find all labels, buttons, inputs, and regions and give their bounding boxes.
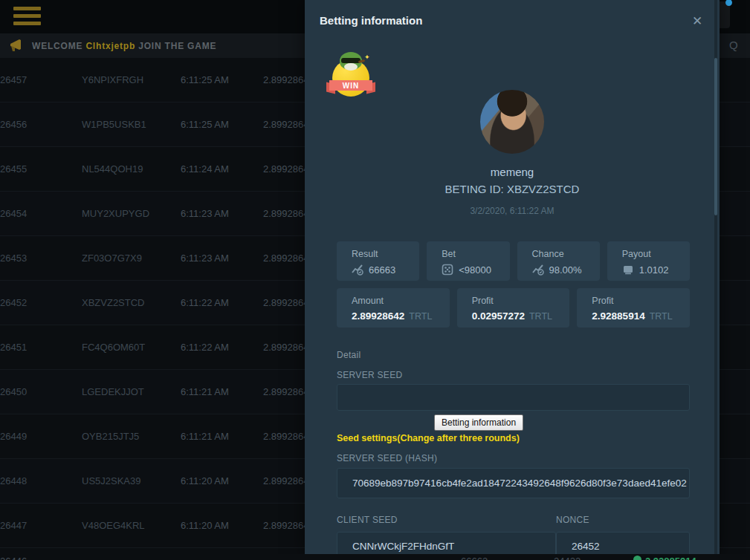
notification-dot [725, 0, 732, 6]
bet-id-cell: 26452 [0, 297, 27, 308]
stat-label: Amount [352, 296, 450, 306]
client-seed-label: CLIENT SEED [337, 515, 398, 525]
bet-id-cell: 26453 [0, 253, 27, 264]
dice-icon [442, 264, 453, 276]
win-label: WIN [343, 82, 359, 90]
app-root: WELCOME Clhtxjetpb JOIN THE GAME Q 26457… [0, 0, 750, 560]
bet-amount-cell: 2.8992864 [263, 431, 308, 442]
bet-time-cell: 6:11:20 AM [181, 475, 229, 486]
bet-time-cell: 6:11:21 AM [181, 431, 229, 442]
bet-amount-cell: 2.8992864 [263, 520, 308, 531]
currency-label: TRTL [529, 311, 552, 322]
bet-id-cell: 26451 [0, 342, 27, 353]
banner-welcome: WELCOME [32, 41, 83, 51]
seed-settings-link[interactable]: Seed settings(Change after three rounds) [337, 433, 520, 443]
chart-check-icon [352, 264, 363, 276]
sparkle-icon: ✦ [364, 53, 370, 61]
bet-amount-cell: 2.8992864 [263, 297, 308, 308]
bet-amount-cell: 2.8992864 [263, 74, 308, 85]
bet-player-cell: MUY2XUPYGD [82, 208, 149, 219]
coin-icon [633, 556, 641, 560]
bet-id-cell: 26447 [0, 520, 27, 531]
stat-label: Payout [622, 249, 690, 259]
amount-value: 2.89928642 [352, 310, 404, 322]
server-seed-hash-label: SERVER SEED (HASH) [337, 453, 437, 463]
bet-time-cell: 6:11:20 AM [181, 520, 229, 531]
server-seed-hash-input[interactable] [337, 468, 690, 498]
stat-label: Bet [442, 249, 509, 259]
avatar[interactable] [480, 90, 544, 154]
bet-amount-cell: 2.8992864 [263, 342, 308, 353]
bet-player-cell: W1PB5USKB1 [82, 119, 146, 130]
amount-value: 2.92885914 [592, 310, 644, 322]
partial-profit: 2.92885914 [645, 556, 696, 560]
chart-check-icon [532, 264, 544, 276]
nonce-input[interactable] [556, 532, 690, 555]
stat-profit-2: Profit 2.92885914 TRTL [577, 288, 690, 328]
stat-label: Profit [592, 296, 690, 306]
stat-amount: Amount 2.89928642 TRTL [337, 288, 450, 328]
help-q-icon[interactable]: Q [729, 39, 738, 51]
stat-value: 66663 [369, 264, 395, 276]
close-icon[interactable]: ✕ [692, 13, 702, 29]
bet-time-cell: 6:11:22 AM [181, 297, 229, 308]
betting-id: BETING ID: XBZVZ2STCD [305, 183, 720, 195]
bet-id-cell: 26456 [0, 119, 27, 130]
stat-value: <98000 [459, 264, 491, 276]
stat-result: Result 66663 [337, 241, 419, 281]
username: memeng [305, 166, 720, 178]
bet-time-cell: 6:11:21 AM [181, 386, 229, 397]
native-tooltip: Betting information [434, 414, 523, 431]
banner-join: JOIN THE GAME [138, 41, 216, 51]
bet-id-cell: 26450 [0, 386, 27, 397]
turtle-mascot-icon [340, 52, 362, 70]
bet-player-cell: FC4Q6OM60T [82, 342, 145, 353]
bet-player-cell: ZF03O7G7X9 [82, 253, 142, 264]
client-seed-input[interactable] [337, 532, 556, 555]
banner-text: WELCOME Clhtxjetpb JOIN THE GAME [32, 41, 216, 51]
bet-time-cell: 6:11:23 AM [181, 208, 229, 219]
stat-label: Result [352, 249, 419, 259]
bet-id-cell: 26448 [0, 475, 27, 486]
bet-time-cell: 6:11:24 AM [181, 163, 229, 175]
partial-id: 26446 [0, 556, 27, 560]
hamburger-menu-icon[interactable] [13, 7, 41, 27]
megaphone-icon [9, 38, 27, 54]
banner-username: Clhtxjetpb [85, 41, 135, 51]
stat-value: 1.0102 [639, 264, 669, 276]
bet-time-cell: 6:11:25 AM [181, 119, 229, 130]
bet-amount-cell: 2.8992864 [263, 253, 308, 264]
stat-label: Chance [532, 249, 600, 259]
stat-chance: Chance 98.00% [517, 241, 600, 281]
bet-amount-cell: 2.8992864 [263, 119, 308, 130]
currency-label: TRTL [650, 311, 673, 322]
stat-payout: Payout 1.0102 [607, 241, 690, 281]
bet-player-cell: LGEDEKJJOT [82, 386, 144, 397]
bet-player-cell: XBZVZ2STCD [82, 297, 145, 308]
bet-time-cell: 6:11:25 AM [181, 74, 229, 85]
modal-title: Betting information [320, 14, 422, 27]
partial-table-row: 26446 66663 24422 2.92885914 [0, 554, 750, 560]
stats-row-1: Result 66663 Bet [337, 241, 690, 281]
win-ribbon: WIN [329, 80, 372, 91]
bet-time-cell: 6:11:22 AM [181, 342, 229, 353]
betting-information-modal: Betting information ✕ ✦ WIN memeng BETIN… [305, 0, 720, 555]
amount-value: 0.02957272 [472, 310, 525, 322]
currency-label: TRTL [409, 311, 432, 322]
stat-value: 98.00% [549, 264, 582, 276]
server-seed-label: SERVER SEED [337, 370, 402, 380]
detail-label: Detail [337, 350, 361, 360]
stat-label: Profit [472, 296, 570, 306]
bet-player-cell: Y6NPIXFRGH [82, 74, 143, 85]
bet-player-cell: NL544QOH19 [82, 163, 143, 175]
bet-id-cell: 26455 [0, 163, 27, 175]
bet-player-cell: US5J2SKA39 [82, 475, 141, 486]
partial-nonce: 24422 [554, 556, 581, 560]
win-badge: ✦ WIN [329, 52, 372, 98]
bet-id-cell: 26449 [0, 431, 27, 442]
bet-amount-cell: 2.8992864 [263, 208, 308, 219]
bet-id-cell: 26454 [0, 208, 27, 219]
partial-result: 66663 [461, 556, 488, 560]
stat-profit-1: Profit 0.02957272 TRTL [457, 288, 570, 328]
server-seed-input[interactable] [337, 384, 690, 411]
